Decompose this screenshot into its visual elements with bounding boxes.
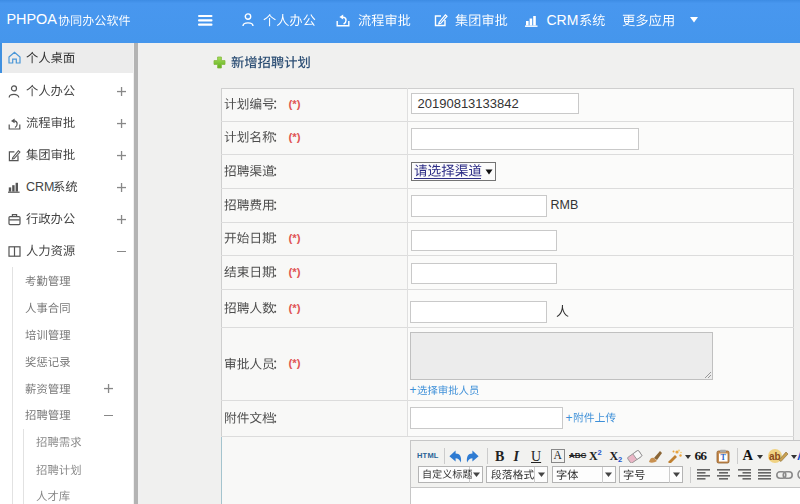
svg-text:T: T (720, 453, 726, 462)
